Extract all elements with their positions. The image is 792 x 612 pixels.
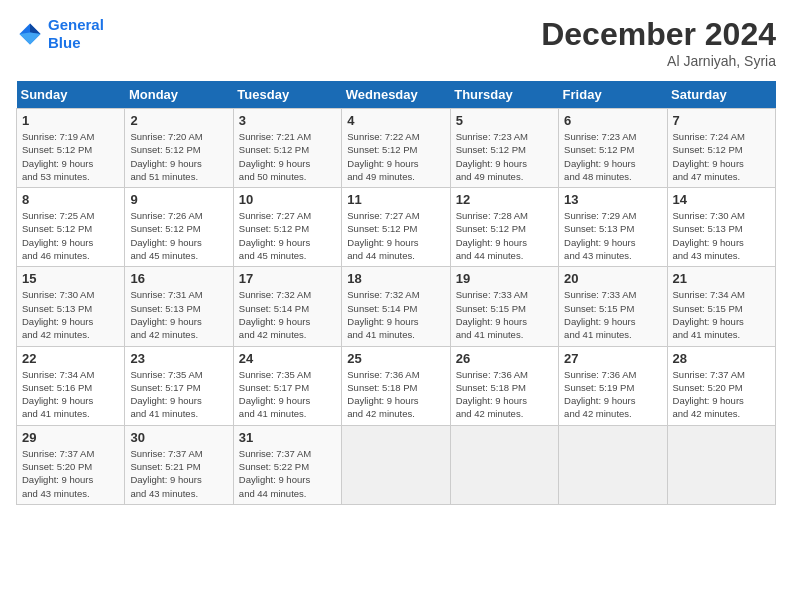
calendar-cell: 14Sunrise: 7:30 AMSunset: 5:13 PMDayligh… <box>667 188 775 267</box>
day-info: Sunrise: 7:23 AMSunset: 5:12 PMDaylight:… <box>456 130 553 183</box>
calendar-cell <box>450 425 558 504</box>
day-number: 5 <box>456 113 553 128</box>
day-number: 18 <box>347 271 444 286</box>
day-number: 14 <box>673 192 770 207</box>
day-number: 8 <box>22 192 119 207</box>
calendar-cell: 30Sunrise: 7:37 AMSunset: 5:21 PMDayligh… <box>125 425 233 504</box>
day-number: 20 <box>564 271 661 286</box>
calendar-cell: 26Sunrise: 7:36 AMSunset: 5:18 PMDayligh… <box>450 346 558 425</box>
day-number: 21 <box>673 271 770 286</box>
day-number: 13 <box>564 192 661 207</box>
day-number: 26 <box>456 351 553 366</box>
day-info: Sunrise: 7:30 AMSunset: 5:13 PMDaylight:… <box>673 209 770 262</box>
day-number: 2 <box>130 113 227 128</box>
calendar-cell: 17Sunrise: 7:32 AMSunset: 5:14 PMDayligh… <box>233 267 341 346</box>
calendar-cell: 20Sunrise: 7:33 AMSunset: 5:15 PMDayligh… <box>559 267 667 346</box>
day-info: Sunrise: 7:21 AMSunset: 5:12 PMDaylight:… <box>239 130 336 183</box>
calendar-cell: 29Sunrise: 7:37 AMSunset: 5:20 PMDayligh… <box>17 425 125 504</box>
day-number: 31 <box>239 430 336 445</box>
day-number: 28 <box>673 351 770 366</box>
header-monday: Monday <box>125 81 233 109</box>
calendar-cell: 7Sunrise: 7:24 AMSunset: 5:12 PMDaylight… <box>667 109 775 188</box>
day-number: 24 <box>239 351 336 366</box>
day-number: 7 <box>673 113 770 128</box>
calendar-cell: 15Sunrise: 7:30 AMSunset: 5:13 PMDayligh… <box>17 267 125 346</box>
calendar-week-3: 15Sunrise: 7:30 AMSunset: 5:13 PMDayligh… <box>17 267 776 346</box>
day-info: Sunrise: 7:19 AMSunset: 5:12 PMDaylight:… <box>22 130 119 183</box>
day-info: Sunrise: 7:29 AMSunset: 5:13 PMDaylight:… <box>564 209 661 262</box>
day-number: 9 <box>130 192 227 207</box>
day-info: Sunrise: 7:34 AMSunset: 5:15 PMDaylight:… <box>673 288 770 341</box>
day-info: Sunrise: 7:33 AMSunset: 5:15 PMDaylight:… <box>564 288 661 341</box>
title-area: December 2024 Al Jarniyah, Syria <box>541 16 776 69</box>
calendar-cell: 6Sunrise: 7:23 AMSunset: 5:12 PMDaylight… <box>559 109 667 188</box>
day-info: Sunrise: 7:32 AMSunset: 5:14 PMDaylight:… <box>239 288 336 341</box>
svg-marker-1 <box>30 24 41 35</box>
day-info: Sunrise: 7:36 AMSunset: 5:19 PMDaylight:… <box>564 368 661 421</box>
day-info: Sunrise: 7:31 AMSunset: 5:13 PMDaylight:… <box>130 288 227 341</box>
header: General Blue December 2024 Al Jarniyah, … <box>16 16 776 69</box>
day-info: Sunrise: 7:27 AMSunset: 5:12 PMDaylight:… <box>239 209 336 262</box>
calendar-cell: 12Sunrise: 7:28 AMSunset: 5:12 PMDayligh… <box>450 188 558 267</box>
calendar-cell: 1Sunrise: 7:19 AMSunset: 5:12 PMDaylight… <box>17 109 125 188</box>
calendar-cell: 4Sunrise: 7:22 AMSunset: 5:12 PMDaylight… <box>342 109 450 188</box>
day-number: 4 <box>347 113 444 128</box>
day-info: Sunrise: 7:37 AMSunset: 5:22 PMDaylight:… <box>239 447 336 500</box>
calendar-week-5: 29Sunrise: 7:37 AMSunset: 5:20 PMDayligh… <box>17 425 776 504</box>
calendar-cell: 9Sunrise: 7:26 AMSunset: 5:12 PMDaylight… <box>125 188 233 267</box>
day-info: Sunrise: 7:33 AMSunset: 5:15 PMDaylight:… <box>456 288 553 341</box>
calendar-cell: 8Sunrise: 7:25 AMSunset: 5:12 PMDaylight… <box>17 188 125 267</box>
calendar-cell: 23Sunrise: 7:35 AMSunset: 5:17 PMDayligh… <box>125 346 233 425</box>
calendar-cell: 2Sunrise: 7:20 AMSunset: 5:12 PMDaylight… <box>125 109 233 188</box>
calendar-week-2: 8Sunrise: 7:25 AMSunset: 5:12 PMDaylight… <box>17 188 776 267</box>
calendar-cell: 24Sunrise: 7:35 AMSunset: 5:17 PMDayligh… <box>233 346 341 425</box>
day-number: 22 <box>22 351 119 366</box>
calendar-week-1: 1Sunrise: 7:19 AMSunset: 5:12 PMDaylight… <box>17 109 776 188</box>
day-info: Sunrise: 7:37 AMSunset: 5:21 PMDaylight:… <box>130 447 227 500</box>
day-info: Sunrise: 7:22 AMSunset: 5:12 PMDaylight:… <box>347 130 444 183</box>
day-info: Sunrise: 7:36 AMSunset: 5:18 PMDaylight:… <box>347 368 444 421</box>
day-number: 29 <box>22 430 119 445</box>
calendar-cell: 13Sunrise: 7:29 AMSunset: 5:13 PMDayligh… <box>559 188 667 267</box>
day-number: 25 <box>347 351 444 366</box>
day-number: 6 <box>564 113 661 128</box>
calendar-cell: 11Sunrise: 7:27 AMSunset: 5:12 PMDayligh… <box>342 188 450 267</box>
calendar-cell <box>342 425 450 504</box>
calendar-cell: 16Sunrise: 7:31 AMSunset: 5:13 PMDayligh… <box>125 267 233 346</box>
day-info: Sunrise: 7:35 AMSunset: 5:17 PMDaylight:… <box>130 368 227 421</box>
logo-text: General Blue <box>48 16 104 52</box>
day-info: Sunrise: 7:30 AMSunset: 5:13 PMDaylight:… <box>22 288 119 341</box>
svg-marker-2 <box>20 33 41 45</box>
day-info: Sunrise: 7:28 AMSunset: 5:12 PMDaylight:… <box>456 209 553 262</box>
day-number: 1 <box>22 113 119 128</box>
calendar-table: Sunday Monday Tuesday Wednesday Thursday… <box>16 81 776 505</box>
header-friday: Friday <box>559 81 667 109</box>
calendar-cell: 25Sunrise: 7:36 AMSunset: 5:18 PMDayligh… <box>342 346 450 425</box>
day-info: Sunrise: 7:26 AMSunset: 5:12 PMDaylight:… <box>130 209 227 262</box>
day-number: 30 <box>130 430 227 445</box>
day-info: Sunrise: 7:24 AMSunset: 5:12 PMDaylight:… <box>673 130 770 183</box>
header-tuesday: Tuesday <box>233 81 341 109</box>
day-info: Sunrise: 7:32 AMSunset: 5:14 PMDaylight:… <box>347 288 444 341</box>
day-number: 15 <box>22 271 119 286</box>
calendar-cell: 22Sunrise: 7:34 AMSunset: 5:16 PMDayligh… <box>17 346 125 425</box>
calendar-cell: 3Sunrise: 7:21 AMSunset: 5:12 PMDaylight… <box>233 109 341 188</box>
day-number: 16 <box>130 271 227 286</box>
calendar-cell: 21Sunrise: 7:34 AMSunset: 5:15 PMDayligh… <box>667 267 775 346</box>
day-number: 12 <box>456 192 553 207</box>
day-info: Sunrise: 7:37 AMSunset: 5:20 PMDaylight:… <box>22 447 119 500</box>
calendar-cell <box>559 425 667 504</box>
location-title: Al Jarniyah, Syria <box>541 53 776 69</box>
day-info: Sunrise: 7:35 AMSunset: 5:17 PMDaylight:… <box>239 368 336 421</box>
day-number: 27 <box>564 351 661 366</box>
day-number: 17 <box>239 271 336 286</box>
calendar-week-4: 22Sunrise: 7:34 AMSunset: 5:16 PMDayligh… <box>17 346 776 425</box>
day-info: Sunrise: 7:25 AMSunset: 5:12 PMDaylight:… <box>22 209 119 262</box>
month-title: December 2024 <box>541 16 776 53</box>
day-info: Sunrise: 7:34 AMSunset: 5:16 PMDaylight:… <box>22 368 119 421</box>
calendar-cell: 31Sunrise: 7:37 AMSunset: 5:22 PMDayligh… <box>233 425 341 504</box>
day-info: Sunrise: 7:37 AMSunset: 5:20 PMDaylight:… <box>673 368 770 421</box>
header-thursday: Thursday <box>450 81 558 109</box>
header-row: Sunday Monday Tuesday Wednesday Thursday… <box>17 81 776 109</box>
day-number: 19 <box>456 271 553 286</box>
